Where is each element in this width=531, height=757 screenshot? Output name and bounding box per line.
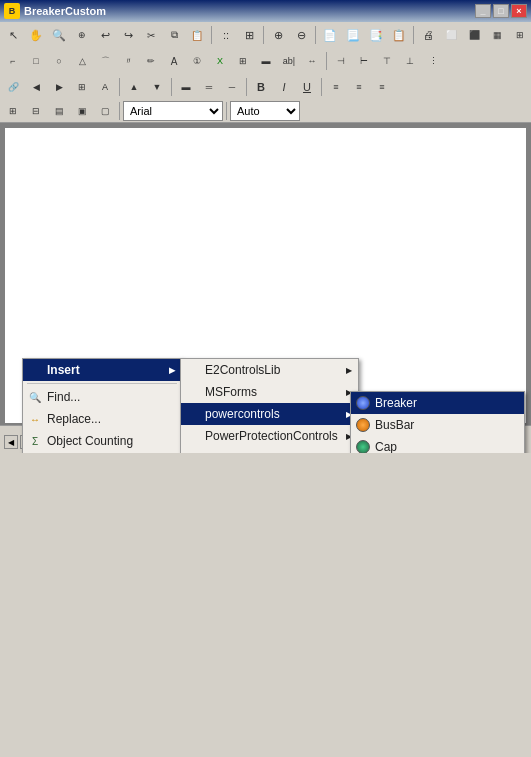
- toolbar-undo[interactable]: ↩: [94, 24, 116, 46]
- toolbar-page4[interactable]: 📋: [388, 24, 410, 46]
- maximize-button[interactable]: □: [493, 4, 509, 18]
- toolbar-area: ↖ ✋ 🔍 ⊕ ↩ ↪ ✂ ⧉ 📋 :: ⊞ ⊕ ⊖ 📄 📃 📑 📋 🖨 ⬜ ⬛…: [0, 22, 531, 123]
- toolbar-text2[interactable]: ab|: [278, 50, 300, 72]
- replace-icon: ↔: [27, 411, 43, 427]
- toolbar-extra2[interactable]: ⊟: [25, 100, 47, 122]
- toolbar-shape5[interactable]: ⌒: [94, 50, 116, 72]
- sep8: [246, 78, 247, 96]
- color-selector[interactable]: Auto: [230, 101, 300, 121]
- menu-import[interactable]: ↓ Import...: [23, 452, 181, 453]
- menu-pc-breaker[interactable]: Breaker: [351, 392, 524, 414]
- toolbar-cut[interactable]: ✂: [140, 24, 162, 46]
- powercontrols-menu: Breaker BusBar Cap DistributionLoad Dist…: [350, 391, 525, 453]
- toolbar-text-A[interactable]: A: [163, 50, 185, 72]
- toolbar-hand[interactable]: ✋: [25, 24, 47, 46]
- menu-powercontrols[interactable]: powercontrols ▶: [181, 403, 358, 425]
- close-button[interactable]: ×: [511, 4, 527, 18]
- toolbar-shape1[interactable]: ⌐: [2, 50, 24, 72]
- toolbar-table[interactable]: ⊞: [232, 50, 254, 72]
- toolbar-zoom-out[interactable]: ⊖: [290, 24, 312, 46]
- menu-replace[interactable]: ↔ Replace...: [23, 408, 181, 430]
- toolbar-extra1[interactable]: ⊞: [2, 100, 24, 122]
- toolbar-page2[interactable]: 📃: [342, 24, 364, 46]
- toolbar-move-r[interactable]: ▶: [48, 76, 70, 98]
- toolbar-underline[interactable]: U: [296, 76, 318, 98]
- toolbar-align5[interactable]: ⊥: [399, 50, 421, 72]
- toolbar-print2[interactable]: ⬜: [440, 24, 462, 46]
- toolbar-zoom2[interactable]: ⊕: [71, 24, 93, 46]
- toolbar-extra3[interactable]: ▤: [48, 100, 70, 122]
- toolbar-grid[interactable]: ::: [215, 24, 237, 46]
- cap-icon: [355, 439, 371, 453]
- toolbar-move-l[interactable]: ◀: [25, 76, 47, 98]
- toolbar-redo[interactable]: ↪: [117, 24, 139, 46]
- toolbar-shape2[interactable]: □: [25, 50, 47, 72]
- toolbar-align-c[interactable]: ≡: [348, 76, 370, 98]
- insert-icon: [27, 362, 43, 378]
- sep5: [326, 52, 327, 70]
- toolbar-italic[interactable]: I: [273, 76, 295, 98]
- toolbar-shape4[interactable]: △: [71, 50, 93, 72]
- minimize-button[interactable]: _: [475, 4, 491, 18]
- toolbar-excel[interactable]: X: [209, 50, 231, 72]
- toolbar-extra5[interactable]: ▢: [94, 100, 116, 122]
- toolbar-link[interactable]: 🔗: [2, 76, 24, 98]
- toolbar-shape3[interactable]: ○: [48, 50, 70, 72]
- toolbar-zoom[interactable]: 🔍: [48, 24, 70, 46]
- toolbar-font[interactable]: A: [94, 76, 116, 98]
- sep1: [211, 26, 212, 44]
- toolbar-border2[interactable]: ═: [198, 76, 220, 98]
- toolbar-align3[interactable]: ⊢: [353, 50, 375, 72]
- toolbar-bar[interactable]: ▬: [255, 50, 277, 72]
- toolbar-grid2[interactable]: ⊞: [71, 76, 93, 98]
- arrow-e2: ▶: [346, 366, 352, 375]
- sep-after-insert: [27, 383, 177, 384]
- sep7: [171, 78, 172, 96]
- main-canvas-area: Insert ▶ 🔍 Find... ↔ Replace... Σ Object…: [0, 123, 531, 453]
- toolbar-color2[interactable]: ▼: [146, 76, 168, 98]
- font-selector[interactable]: Arial: [123, 101, 223, 121]
- toolbar-bold[interactable]: B: [250, 76, 272, 98]
- toolbar-print[interactable]: 🖨: [417, 24, 439, 46]
- toolbar-print5[interactable]: ⊞: [509, 24, 531, 46]
- menu-msforms[interactable]: MSForms ▶: [181, 381, 358, 403]
- menu-pc-cap[interactable]: Cap: [351, 436, 524, 453]
- menu-e2controls[interactable]: E2ControlsLib ▶: [181, 359, 358, 381]
- toolbar-border[interactable]: ▬: [175, 76, 197, 98]
- find-icon: 🔍: [27, 389, 43, 405]
- toolbar-align-l[interactable]: ≡: [325, 76, 347, 98]
- menu-insert-header[interactable]: Insert ▶: [23, 359, 181, 381]
- toolbar-align[interactable]: ⊞: [238, 24, 260, 46]
- menu-standard[interactable]: Standard ▶: [181, 447, 358, 453]
- toolbar-shape6[interactable]: 〃: [117, 50, 139, 72]
- menu-object-counting[interactable]: Σ Object Counting: [23, 430, 181, 452]
- toolbar-copy[interactable]: ⧉: [163, 24, 185, 46]
- toolbar-print4[interactable]: ▦: [486, 24, 508, 46]
- toolbar-row-1: ↖ ✋ 🔍 ⊕ ↩ ↪ ✂ ⧉ 📋 :: ⊞ ⊕ ⊖ 📄 📃 📑 📋 🖨 ⬜ ⬛…: [0, 22, 531, 48]
- toolbar-border3[interactable]: ─: [221, 76, 243, 98]
- sep4: [413, 26, 414, 44]
- menu-pc-busbar[interactable]: BusBar: [351, 414, 524, 436]
- sigma-icon: Σ: [27, 433, 43, 449]
- toolbar-color1[interactable]: ▲: [123, 76, 145, 98]
- insert-menu: Insert ▶ 🔍 Find... ↔ Replace... Σ Object…: [22, 358, 182, 453]
- toolbar-page3[interactable]: 📑: [365, 24, 387, 46]
- toolbar-align4[interactable]: ⊤: [376, 50, 398, 72]
- menu-find[interactable]: 🔍 Find...: [23, 386, 181, 408]
- menu-powerprotection[interactable]: PowerProtectionControls ▶: [181, 425, 358, 447]
- toolbar-align2[interactable]: ⊣: [330, 50, 352, 72]
- toolbar-arrow[interactable]: ↔: [301, 50, 323, 72]
- toolbar-paste[interactable]: 📋: [186, 24, 208, 46]
- toolbar-align-r[interactable]: ≡: [371, 76, 393, 98]
- toolbar-extra4[interactable]: ▣: [71, 100, 93, 122]
- sep11: [226, 102, 227, 120]
- toolbar-zoom-in[interactable]: ⊕: [267, 24, 289, 46]
- sep9: [321, 78, 322, 96]
- toolbar-print3[interactable]: ⬛: [463, 24, 485, 46]
- toolbar-cursor[interactable]: ↖: [2, 24, 24, 46]
- toolbar-pen[interactable]: ✏: [140, 50, 162, 72]
- window-controls: _ □ ×: [475, 4, 527, 18]
- toolbar-num[interactable]: ①: [186, 50, 208, 72]
- toolbar-spacing[interactable]: ⋮: [422, 50, 444, 72]
- toolbar-page[interactable]: 📄: [319, 24, 341, 46]
